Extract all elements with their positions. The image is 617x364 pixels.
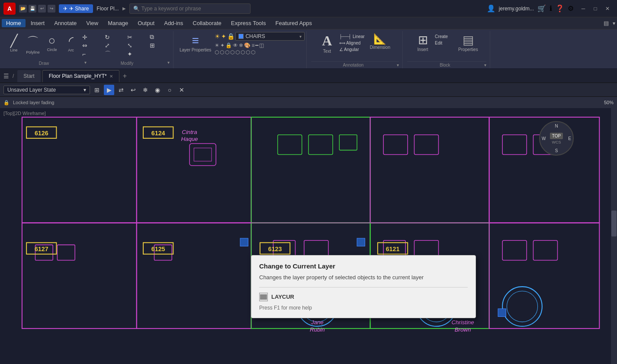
- canvas-area[interactable]: [Top][2D Wireframe]: [0, 108, 617, 364]
- minimize-button[interactable]: ─: [577, 3, 589, 15]
- rotate-button[interactable]: ↻: [103, 33, 125, 41]
- layer-tool4[interactable]: ⬡: [230, 49, 235, 55]
- menu-featured[interactable]: Featured Apps: [271, 19, 316, 27]
- open-icon[interactable]: 📂: [19, 5, 27, 13]
- compass-top-button[interactable]: TOP: [550, 133, 563, 139]
- create-block-button[interactable]: Create: [433, 34, 455, 39]
- layer-ltype-icon[interactable]: ≡: [251, 42, 254, 48]
- annotation-expand[interactable]: ▾: [397, 63, 399, 67]
- menu-manage[interactable]: Manage: [103, 19, 132, 27]
- cart-icon[interactable]: 🛒: [537, 4, 546, 13]
- modify-expand[interactable]: ▾: [167, 60, 170, 67]
- layer-tool7[interactable]: ⬡: [246, 49, 250, 55]
- properties-button[interactable]: ▤ Properties: [456, 32, 480, 53]
- layer-dropdown[interactable]: CHAIRS ▾: [235, 32, 305, 41]
- tab-floor-plan[interactable]: Floor Plan Sample_HYT* ✕: [42, 70, 119, 82]
- text-button[interactable]: A Text: [318, 32, 336, 54]
- layer-color-icon[interactable]: 🎨: [244, 42, 251, 48]
- arc-button[interactable]: ◜ Arc: [62, 33, 80, 53]
- block-editor-button[interactable]: Edit: [433, 40, 455, 46]
- svg-rect-13: [308, 135, 333, 155]
- layer-tool5[interactable]: ⬡: [235, 49, 240, 55]
- layer-state-dropdown[interactable]: Unsaved Layer State ▾: [3, 86, 90, 94]
- menu-dropdown[interactable]: ▾: [613, 20, 615, 26]
- redo-icon[interactable]: ↪: [48, 5, 55, 13]
- menu-annotate[interactable]: Annotate: [50, 19, 81, 27]
- move-button[interactable]: ✛: [80, 33, 102, 41]
- tab-add-button[interactable]: +: [123, 72, 127, 80]
- layer-freeze-vp[interactable]: ❄: [140, 85, 151, 95]
- scrollbar-vertical[interactable]: [611, 108, 617, 364]
- circle-label: Circle: [47, 48, 57, 52]
- layer-vis-icon[interactable]: 👁: [233, 42, 238, 48]
- layer-tool2[interactable]: ⬡: [220, 49, 224, 55]
- layer-previous-button[interactable]: ↩: [128, 85, 138, 95]
- info-icon[interactable]: ℹ: [550, 4, 552, 13]
- line-button[interactable]: ╱ Line: [5, 33, 22, 53]
- array-button[interactable]: ⊞: [148, 42, 170, 49]
- help-icon[interactable]: ❓: [556, 4, 564, 13]
- maximize-button[interactable]: □: [589, 3, 601, 15]
- layer-current-button[interactable]: ▶: [104, 85, 114, 95]
- search-bar[interactable]: 🔍: [129, 3, 251, 14]
- layer-tool6[interactable]: ⬡: [241, 49, 245, 55]
- view-icon[interactable]: ▤: [601, 18, 612, 29]
- tab-start[interactable]: Start: [17, 70, 40, 82]
- menu-view[interactable]: View: [82, 19, 103, 27]
- menu-insert[interactable]: Insert: [26, 19, 49, 27]
- layer-match-button[interactable]: ⇄: [116, 85, 126, 95]
- layer-trans-icon[interactable]: ◫: [259, 42, 264, 48]
- dim-linear-button[interactable]: ├──┤ Linear: [337, 34, 366, 39]
- circle-icon: ○: [48, 34, 56, 48]
- search-input[interactable]: [141, 6, 247, 12]
- block-expand[interactable]: ▾: [484, 63, 486, 67]
- circle-button[interactable]: ○ Circle: [43, 33, 61, 53]
- stretch-button[interactable]: ⤡: [125, 42, 147, 49]
- undo-icon[interactable]: ↩: [38, 5, 46, 13]
- close-button[interactable]: ✕: [601, 3, 614, 15]
- scale-button[interactable]: ⤢: [103, 42, 125, 49]
- chamfer-button[interactable]: ⌒: [103, 50, 125, 58]
- layer-lweight-icon[interactable]: ━: [255, 42, 258, 48]
- layer-off[interactable]: ○: [164, 85, 175, 95]
- insert-button[interactable]: ⊞ Insert: [414, 32, 431, 53]
- mirror-button[interactable]: ⇔: [80, 42, 102, 49]
- polyline-button[interactable]: ⌒ Polyline: [24, 33, 42, 55]
- scrollbar-thumb[interactable]: [611, 211, 617, 236]
- layer-delete[interactable]: ✕: [177, 85, 187, 95]
- menu-collaborate[interactable]: Collaborate: [188, 19, 226, 27]
- layer-properties-button[interactable]: ≡ Layer Properties: [176, 32, 215, 67]
- layer-tool3[interactable]: ⬡: [225, 49, 229, 55]
- layer-tool8[interactable]: ⬡: [251, 49, 255, 55]
- hamburger-icon[interactable]: ☰: [3, 73, 9, 80]
- layer-state-arrow[interactable]: ▾: [84, 87, 86, 93]
- tooltip-title: Change to Current Layer: [259, 262, 468, 270]
- insert-icon: ⊞: [418, 33, 428, 47]
- draw-expand[interactable]: ▾: [84, 60, 87, 67]
- dimension-button[interactable]: 📐 Dimension: [368, 32, 392, 51]
- tab-floor-plan-label: Floor Plan Sample_HYT*: [49, 73, 107, 79]
- svg-text:Brown: Brown: [455, 326, 471, 333]
- dim-angle-button[interactable]: ∠ Angular: [337, 47, 366, 52]
- tab-close-icon[interactable]: ✕: [109, 74, 113, 79]
- settings-icon[interactable]: ⚙: [568, 4, 574, 13]
- layer-isolate[interactable]: ◉: [152, 85, 163, 95]
- explode-button[interactable]: ✦: [125, 50, 147, 58]
- dim-aligned-button[interactable]: ⟺ Aligned: [337, 40, 366, 46]
- user-button[interactable]: jeremy.goldm...: [499, 6, 534, 12]
- menu-addins[interactable]: Add-ins: [160, 19, 187, 27]
- layer-dropdown-arrow[interactable]: ▾: [299, 34, 302, 39]
- layer-freeze-icon[interactable]: ❄: [239, 42, 243, 48]
- svg-rect-14: [339, 135, 357, 150]
- share-button[interactable]: ✈✈ Share: [59, 4, 93, 13]
- copy-button[interactable]: ⧉: [148, 33, 170, 41]
- menu-express[interactable]: Express Tools: [227, 19, 270, 27]
- layer-tool1[interactable]: ⬡: [215, 49, 219, 55]
- fillet-button[interactable]: ⌐: [80, 50, 102, 58]
- menu-output[interactable]: Output: [133, 19, 159, 27]
- layer-all-button[interactable]: ⊞: [92, 85, 102, 95]
- trim-button[interactable]: ✂: [125, 33, 147, 41]
- save-icon[interactable]: 💾: [29, 5, 36, 13]
- title-bar-icons: 📂 💾 ↩ ↪: [19, 5, 55, 13]
- menu-home[interactable]: Home: [2, 19, 26, 27]
